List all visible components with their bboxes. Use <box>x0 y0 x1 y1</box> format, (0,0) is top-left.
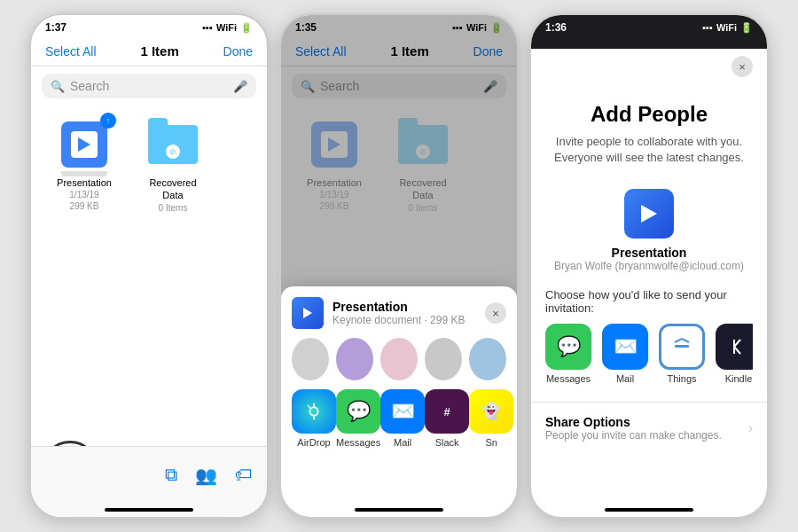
file-preview-icon <box>624 189 674 239</box>
wifi-icon-3: WiFi <box>716 22 737 33</box>
nav-title-1: 1 Item <box>140 43 178 59</box>
file-grid-1: ↑ Presentation 1/13/19299 KB ⊘ <box>31 106 267 224</box>
folder-bottom-1 <box>61 171 107 176</box>
phone-3: 1:36 ▪▪▪ WiFi 🔋 × Add People Invite peop… <box>529 13 769 519</box>
battery-icon: 🔋 <box>240 22 253 34</box>
sheet-file-icon <box>292 297 324 329</box>
invite-kindle-icon <box>716 324 753 370</box>
signal-icon: ▪▪▪ <box>202 22 213 33</box>
invite-app-mail[interactable]: ✉️ Mail <box>602 324 648 384</box>
wifi-icon: WiFi <box>216 22 237 33</box>
file-item-presentation-1[interactable]: ↑ Presentation 1/13/19299 KB <box>49 116 120 214</box>
phone-2: 1:35 ▪▪▪ WiFi 🔋 Select All 1 Item Done 🔍… <box>279 13 519 519</box>
share-options-title: Share Options <box>545 415 722 429</box>
preview-play <box>641 205 657 223</box>
chevron-right-icon: › <box>748 420 753 436</box>
contact-1[interactable] <box>292 338 329 380</box>
dark-top <box>531 40 767 49</box>
copy-button-1[interactable]: ⧉ <box>165 465 177 485</box>
file-preview-name: Presentation <box>612 246 687 260</box>
keynote-icon-1 <box>61 121 107 168</box>
home-indicator-3 <box>605 508 693 512</box>
invite-label: Choose how you'd like to send your invit… <box>545 288 753 315</box>
mail-label: Mail <box>394 437 411 448</box>
share-contacts <box>292 338 506 380</box>
invite-app-things[interactable]: Things <box>659 324 705 384</box>
slack-label: Slack <box>435 437 459 448</box>
invite-app-messages[interactable]: 💬 Messages <box>545 324 591 384</box>
snap-label: Sn <box>485 437 497 448</box>
status-bar-3: 1:36 ▪▪▪ WiFi 🔋 <box>531 15 767 40</box>
select-all-button-1[interactable]: Select All <box>45 44 97 59</box>
share-options-sub: People you invite can make changes. <box>545 429 722 442</box>
file-icon-recovered: ⊘ <box>145 116 201 173</box>
add-people-title: Add People <box>549 102 749 127</box>
people-button-1[interactable]: 👥 <box>195 465 217 486</box>
file-meta-presentation-1: 1/13/19299 KB <box>69 189 98 212</box>
sheet-file-meta: Keynote document · 299 KB <box>332 314 476 326</box>
contact-3[interactable] <box>380 338 418 380</box>
play-triangle <box>78 137 90 152</box>
search-placeholder-1: Search <box>70 79 228 93</box>
nav-bar-1: Select All 1 Item Done <box>31 40 267 66</box>
svg-rect-3 <box>726 334 751 359</box>
file-item-recovered-1[interactable]: ⊘ RecoveredData 0 Items <box>137 116 208 214</box>
app-mail[interactable]: ✉️ Mail <box>380 389 425 448</box>
share-options-row[interactable]: Share Options People you invite can make… <box>531 402 767 454</box>
close-row: × <box>531 49 767 84</box>
share-sheet: Presentation Keynote document · 299 KB × <box>281 286 517 517</box>
close-button-3[interactable]: × <box>732 56 753 77</box>
snap-icon: 👻 <box>469 389 513 434</box>
search-icon-1: 🔍 <box>51 80 65 93</box>
app-airdrop[interactable]: AirDrop <box>292 389 336 448</box>
sheet-file-name: Presentation <box>332 300 476 314</box>
invite-messages-label: Messages <box>546 373 591 384</box>
airdrop-icon <box>292 389 336 434</box>
tag-button-1[interactable]: 🏷 <box>235 465 253 485</box>
phone-1: 1:37 ▪▪▪ WiFi 🔋 Select All 1 Item Done 🔍… <box>29 13 269 519</box>
invite-section: Choose how you'd like to send your invit… <box>531 279 767 393</box>
status-bar-1: 1:37 ▪▪▪ WiFi 🔋 <box>31 15 267 40</box>
upload-badge: ↑ <box>100 113 116 129</box>
file-icon-presentation: ↑ <box>56 116 113 173</box>
svg-rect-2 <box>675 345 689 348</box>
app-slack[interactable]: # Slack <box>425 389 469 448</box>
contact-4[interactable] <box>425 338 462 380</box>
app-messages[interactable]: 💬 Messages <box>336 389 380 448</box>
app-row: AirDrop 💬 Messages ✉️ Mail # Slack 👻 Sn <box>292 389 506 448</box>
kindle-svg <box>726 334 751 359</box>
file-preview-box: Presentation Bryan Wolfe (bryanmwolfe@ic… <box>531 189 767 272</box>
add-people-header: Add People Invite people to collaborate … <box>531 84 767 175</box>
app-snap[interactable]: 👻 Sn <box>469 389 513 448</box>
status-icons-3: ▪▪▪ WiFi 🔋 <box>702 22 753 34</box>
messages-icon: 💬 <box>336 389 380 434</box>
slack-icon: # <box>425 389 469 434</box>
invite-app-kindle[interactable]: Kindle <box>716 324 753 384</box>
airdrop-label: AirDrop <box>297 437 330 448</box>
file-name-recovered-1: RecoveredData <box>149 176 196 202</box>
mail-icon: ✉️ <box>380 389 425 434</box>
file-preview-email: Bryan Wolfe (bryanmwolfe@icloud.com) <box>554 260 744 272</box>
file-meta-recovered-1: 0 Items <box>159 202 188 214</box>
things-svg <box>670 335 693 358</box>
keynote-inner-icon <box>71 131 98 158</box>
invite-things-label: Things <box>667 373 696 384</box>
sheet-play <box>303 308 312 318</box>
snap-inner: 👻 <box>469 389 513 434</box>
done-button-1[interactable]: Done <box>223 44 253 59</box>
status-time-1: 1:37 <box>45 21 66 34</box>
home-indicator-1 <box>105 508 193 512</box>
status-time-3: 1:36 <box>545 21 567 34</box>
invite-mail-label: Mail <box>616 373 634 384</box>
bottom-toolbar-1: ⧉ 👥 🏷 <box>31 446 267 517</box>
sheet-close-button[interactable]: × <box>485 302 506 324</box>
sheet-file-info: Presentation Keynote document · 299 KB <box>332 300 476 326</box>
messages-label: Messages <box>336 437 380 448</box>
contact-2[interactable] <box>336 338 373 380</box>
invite-apps: 💬 Messages ✉️ Mail Things <box>545 324 753 384</box>
search-bar-1[interactable]: 🔍 Search 🎤 <box>42 74 256 98</box>
status-icons-1: ▪▪▪ WiFi 🔋 <box>202 22 253 34</box>
mic-icon-1: 🎤 <box>233 80 247 93</box>
share-options-info: Share Options People you invite can make… <box>545 415 722 442</box>
contact-5[interactable] <box>469 338 506 380</box>
